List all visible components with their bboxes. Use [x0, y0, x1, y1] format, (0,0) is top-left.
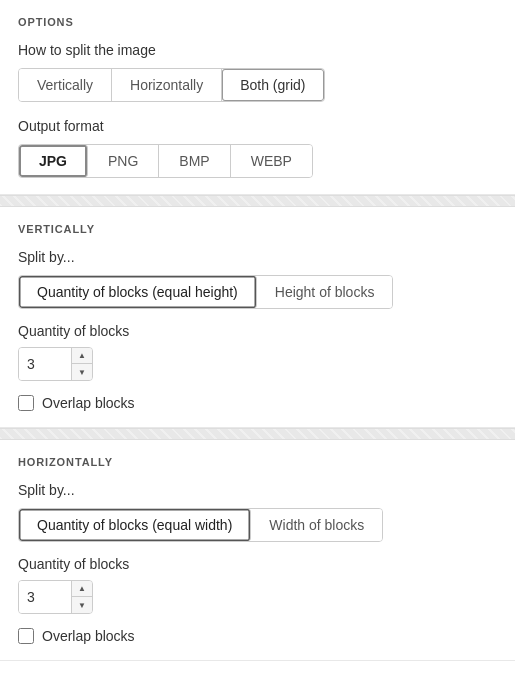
horizontally-split-by-label: Split by... — [18, 482, 497, 498]
options-section: OPTIONS How to split the image Verticall… — [0, 0, 515, 195]
split-both-button[interactable]: Both (grid) — [222, 69, 323, 101]
horizontally-spinner: ▲ ▼ — [71, 581, 92, 613]
horizontally-overlap-label: Overlap blocks — [42, 628, 135, 644]
vertically-quantity-label: Quantity of blocks — [18, 323, 497, 339]
format-bmp-button[interactable]: BMP — [159, 145, 230, 177]
split-toggle-group: Vertically Horizontally Both (grid) — [18, 68, 325, 102]
horizontally-overlap-wrapper[interactable]: Overlap blocks — [18, 628, 497, 644]
vertically-spinner: ▲ ▼ — [71, 348, 92, 380]
vertically-quantity-input-wrapper: ▲ ▼ — [18, 347, 93, 381]
vertically-split-by-group: Quantity of blocks (equal height) Height… — [18, 275, 393, 309]
horizontally-quantity-input-wrapper: ▲ ▼ — [18, 580, 93, 614]
texture-divider-top — [0, 195, 515, 207]
format-toggle-group: JPG PNG BMP WEBP — [18, 144, 313, 178]
vertically-height-button[interactable]: Height of blocks — [257, 276, 393, 308]
vertically-quantity-input[interactable] — [19, 348, 71, 380]
split-vertically-button[interactable]: Vertically — [19, 69, 112, 101]
horizontally-split-by-group: Quantity of blocks (equal width) Width o… — [18, 508, 383, 542]
format-jpg-button[interactable]: JPG — [19, 145, 88, 177]
split-image-label: How to split the image — [18, 42, 497, 58]
horizontally-section: HORIZONTALLY Split by... Quantity of blo… — [0, 440, 515, 661]
vertically-overlap-checkbox[interactable] — [18, 395, 34, 411]
texture-divider-bottom — [0, 428, 515, 440]
split-horizontally-button[interactable]: Horizontally — [112, 69, 222, 101]
horizontally-title: HORIZONTALLY — [18, 456, 497, 468]
horizontally-overlap-checkbox[interactable] — [18, 628, 34, 644]
horizontally-width-button[interactable]: Width of blocks — [251, 509, 382, 541]
output-format-label: Output format — [18, 118, 497, 134]
vertically-overlap-wrapper[interactable]: Overlap blocks — [18, 395, 497, 411]
vertically-increment-button[interactable]: ▲ — [72, 348, 92, 364]
options-title: OPTIONS — [18, 16, 497, 28]
vertically-section: VERTICALLY Split by... Quantity of block… — [0, 207, 515, 428]
vertically-decrement-button[interactable]: ▼ — [72, 364, 92, 380]
horizontally-quantity-button[interactable]: Quantity of blocks (equal width) — [19, 509, 251, 541]
horizontally-quantity-label: Quantity of blocks — [18, 556, 497, 572]
horizontally-decrement-button[interactable]: ▼ — [72, 597, 92, 613]
vertically-title: VERTICALLY — [18, 223, 497, 235]
horizontally-increment-button[interactable]: ▲ — [72, 581, 92, 597]
format-webp-button[interactable]: WEBP — [231, 145, 312, 177]
vertically-overlap-label: Overlap blocks — [42, 395, 135, 411]
horizontally-quantity-input[interactable] — [19, 581, 71, 613]
vertically-quantity-button[interactable]: Quantity of blocks (equal height) — [19, 276, 257, 308]
vertically-split-by-label: Split by... — [18, 249, 497, 265]
format-png-button[interactable]: PNG — [88, 145, 159, 177]
